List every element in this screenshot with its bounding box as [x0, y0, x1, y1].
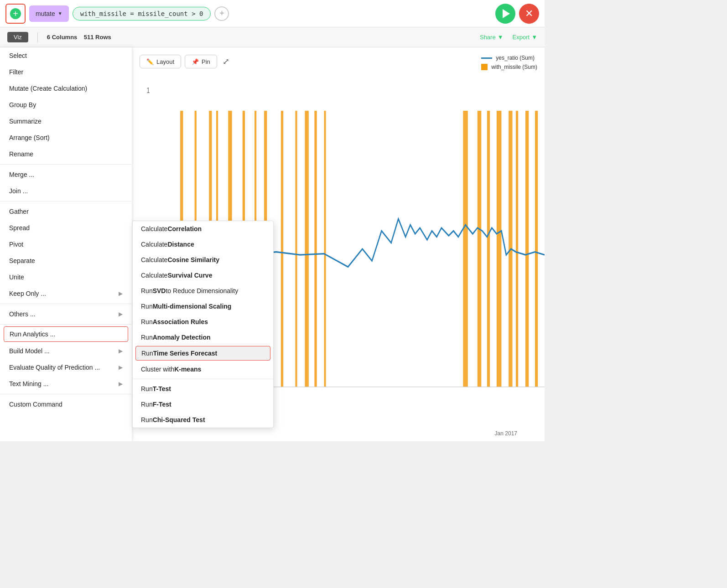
expand-button[interactable]: ⤢ — [221, 55, 231, 68]
analytics-item-bold: K-means — [174, 366, 201, 373]
mutate-label: mutate — [36, 10, 55, 17]
sub-toolbar: Viz 6 Columns 511 Rows Share ▼ Export ▼ — [0, 27, 545, 47]
analytics-item-prefix: Run — [141, 350, 153, 357]
svg-rect-13 — [314, 111, 317, 387]
export-button[interactable]: Export ▼ — [513, 34, 537, 41]
menu-item[interactable]: Filter — [0, 64, 132, 80]
add-step-button[interactable]: + — [5, 4, 26, 24]
add-icon: + — [219, 9, 224, 18]
menu-item[interactable]: Build Model ...▶ — [0, 343, 132, 359]
analytics-item-bold: Anomaly Detection — [153, 334, 211, 341]
rows-label: Rows — [95, 34, 111, 41]
menu-item[interactable]: Keep Only ...▶ — [0, 285, 132, 302]
menu-item-label: Separate — [9, 257, 35, 264]
analytics-item[interactable]: Run Association Rules — [133, 314, 273, 330]
analytics-item-bold: SVD — [153, 287, 166, 294]
analytics-item-bold: Multi-dimensional Scaling — [153, 303, 232, 310]
submenu-arrow-icon: ▶ — [119, 381, 123, 387]
analytics-item[interactable]: Calculate Survival Curve — [133, 268, 273, 283]
menu-item[interactable]: Run Analytics ... — [4, 326, 128, 342]
divider — [37, 32, 38, 42]
menu-item[interactable]: Pivot — [0, 236, 132, 253]
analytics-item-prefix: Calculate — [141, 225, 167, 232]
menu-item-label: Merge ... — [9, 171, 34, 178]
menu-separator — [0, 201, 132, 201]
svg-rect-11 — [295, 111, 297, 387]
analytics-item[interactable]: Calculate Distance — [133, 237, 273, 252]
analytics-item-prefix: Run — [141, 416, 153, 423]
layout-button[interactable]: ✏️ Layout — [140, 55, 181, 68]
analytics-item[interactable]: Run Time Series Forecast — [135, 346, 270, 361]
menu-item-label: Filter — [9, 68, 23, 76]
layout-pencil-icon: ✏️ — [146, 58, 154, 65]
analytics-item[interactable]: Run Multi-dimensional Scaling — [133, 299, 273, 314]
analytics-item[interactable]: Calculate Cosine Similarity — [133, 252, 273, 268]
menu-item[interactable]: Select — [0, 47, 132, 64]
analytics-item-bold: F-Test — [153, 401, 171, 408]
analytics-item[interactable]: Cluster with K-means — [133, 361, 273, 377]
analytics-item-bold: Survival Curve — [167, 272, 212, 279]
analytics-item-prefix: Run — [141, 318, 153, 325]
analytics-item[interactable]: Run SVD to Reduce Dimensionality — [133, 283, 273, 299]
analytics-submenu: Calculate CorrelationCalculate DistanceC… — [132, 221, 274, 428]
mutate-button[interactable]: mutate ▼ — [29, 5, 69, 22]
analytics-separator — [133, 379, 273, 379]
pin-label: Pin — [202, 58, 210, 65]
menu-item[interactable]: Mutate (Create Calculation) — [0, 80, 132, 97]
pin-button[interactable]: 📌 Pin — [185, 55, 217, 68]
analytics-item[interactable]: Run F-Test — [133, 397, 273, 412]
menu-item[interactable]: Separate — [0, 253, 132, 269]
analytics-item[interactable]: Run Anomaly Detection — [133, 330, 273, 345]
menu-item-label: Group By — [9, 101, 36, 108]
menu-item[interactable]: Text Mining ...▶ — [0, 376, 132, 392]
menu-item[interactable]: Merge ... — [0, 166, 132, 183]
plus-icon: + — [10, 8, 21, 19]
analytics-item-prefix: Calculate — [141, 272, 167, 279]
analytics-item-bold: T-Test — [153, 385, 171, 392]
menu-item-label: Keep Only ... — [9, 290, 46, 297]
analytics-item-prefix: Calculate — [141, 241, 167, 248]
analytics-item-bold: Distance — [167, 241, 194, 248]
add-another-step-button[interactable]: + — [214, 6, 229, 21]
menu-item[interactable]: Gather — [0, 203, 132, 220]
analytics-item[interactable]: Run T-Test — [133, 381, 273, 397]
analytics-item-prefix: Run — [141, 401, 153, 408]
svg-rect-17 — [487, 111, 490, 387]
analytics-item[interactable]: Run Chi-Squared Test — [133, 412, 273, 428]
share-chevron-icon: ▼ — [498, 34, 504, 41]
menu-item-label: Run Analytics ... — [10, 330, 55, 338]
menu-item-label: Join ... — [9, 187, 28, 195]
menu-item[interactable]: Others ...▶ — [0, 306, 132, 322]
menu-item-label: Evaluate Quality of Prediction ... — [9, 364, 100, 371]
formula-pill[interactable]: with_missile = missile_count > 0 — [73, 7, 211, 21]
analytics-item[interactable]: Calculate Correlation — [133, 221, 273, 237]
menu-item[interactable]: Custom Command — [0, 396, 132, 413]
share-button[interactable]: Share ▼ — [480, 34, 504, 41]
svg-rect-22 — [535, 111, 538, 387]
submenu-arrow-icon: ▶ — [119, 290, 123, 297]
x-axis-label: Jan 2017 — [495, 430, 517, 437]
analytics-item-bold: Correlation — [167, 225, 202, 232]
submenu-arrow-icon: ▶ — [119, 311, 123, 317]
close-button[interactable]: ✕ — [519, 4, 539, 24]
main-content: SelectFilterMutate (Create Calculation)G… — [0, 47, 545, 441]
menu-item[interactable]: Summarize — [0, 113, 132, 129]
menu-item[interactable]: Rename — [0, 146, 132, 162]
menu-item-label: Others ... — [9, 310, 36, 318]
svg-rect-18 — [497, 111, 502, 387]
viz-tab[interactable]: Viz — [7, 32, 28, 42]
menu-item-label: Mutate (Create Calculation) — [9, 85, 87, 92]
menu-item[interactable]: Arrange (Sort) — [0, 129, 132, 146]
menu-item[interactable]: Spread — [0, 220, 132, 236]
menu-item[interactable]: Evaluate Quality of Prediction ...▶ — [0, 359, 132, 376]
menu-separator — [0, 394, 132, 394]
run-button[interactable] — [495, 4, 515, 24]
menu-item[interactable]: Group By — [0, 97, 132, 113]
menu-item[interactable]: Join ... — [0, 183, 132, 199]
menu-item[interactable]: Unite — [0, 269, 132, 285]
menu-item-label: Unite — [9, 273, 24, 281]
menu-item-label: Select — [9, 52, 27, 59]
menu-item-label: Custom Command — [9, 401, 62, 408]
chart-legend: yes_ratio (Sum) with_missile (Sum) — [481, 55, 537, 70]
menu-item-label: Pivot — [9, 241, 23, 248]
